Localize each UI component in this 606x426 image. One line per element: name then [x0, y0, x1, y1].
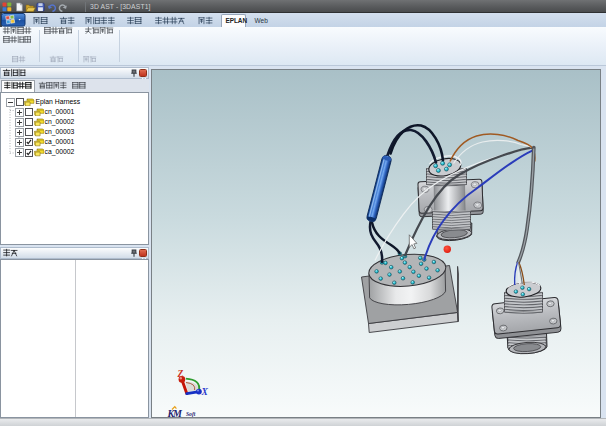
svg-text:Soft: Soft: [186, 411, 196, 417]
svg-text:Z: Z: [177, 369, 184, 379]
svg-text:X: X: [201, 387, 209, 397]
svg-text:M: M: [172, 408, 183, 418]
